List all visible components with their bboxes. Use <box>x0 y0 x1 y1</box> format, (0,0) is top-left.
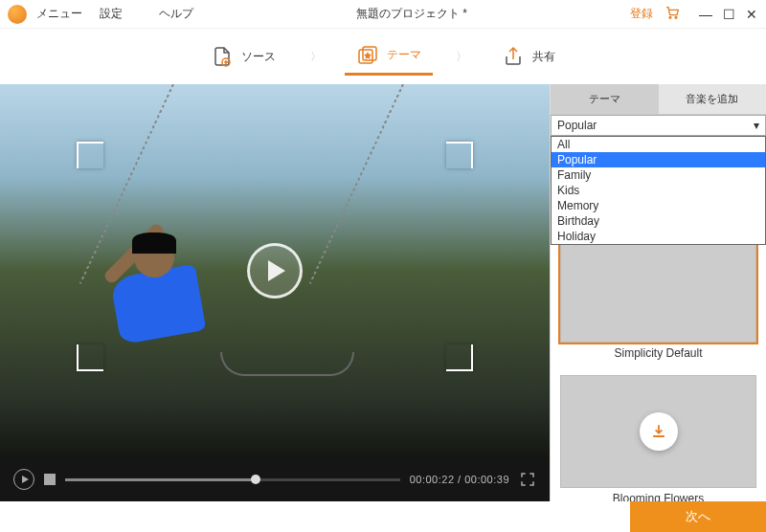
svg-point-0 <box>669 16 671 18</box>
theme-thumbnail[interactable] <box>560 230 756 343</box>
dropdown-option[interactable]: Holiday <box>552 229 765 244</box>
download-icon[interactable] <box>640 412 678 451</box>
player-controls: 00:00:22 / 00:00:39 <box>0 457 550 501</box>
menu-settings[interactable]: 設定 <box>100 6 123 22</box>
window-title: 無題のプロジェクト * <box>193 6 630 22</box>
step-nav: ソース 〉 テーマ 〉 共有 <box>0 29 766 84</box>
dropdown-option[interactable]: Popular <box>552 152 765 167</box>
cart-icon[interactable] <box>665 5 680 23</box>
maximize-button[interactable]: ☐ <box>722 8 735 21</box>
minimize-button[interactable]: — <box>699 8 712 21</box>
dropdown-value: Popular <box>557 119 597 132</box>
step-source-label: ソース <box>241 49 276 65</box>
menu-menu[interactable]: メニュー <box>36 6 82 22</box>
category-dropdown[interactable]: Popular ▾ All Popular Family Kids Memory… <box>551 115 766 136</box>
dropdown-option[interactable]: All <box>552 137 765 152</box>
chevron-right-icon: 〉 <box>310 49 322 65</box>
tab-theme[interactable]: テーマ <box>551 84 659 115</box>
tab-add-music[interactable]: 音楽を追加 <box>659 84 767 115</box>
play-button[interactable] <box>13 469 34 490</box>
svg-point-1 <box>675 16 677 18</box>
play-overlay-button[interactable] <box>247 243 303 299</box>
register-link[interactable]: 登録 <box>630 6 653 22</box>
stop-button[interactable] <box>44 474 56 485</box>
step-theme[interactable]: テーマ <box>345 38 433 76</box>
theme-icon <box>356 44 379 67</box>
dropdown-options: All Popular Family Kids Memory Birthday … <box>551 136 766 245</box>
theme-list: Simplicity Default Blooming Flowers <box>551 230 766 501</box>
app-logo <box>8 5 27 24</box>
theme-item[interactable]: Simplicity Default <box>560 230 756 367</box>
menubar: メニュー 設定 ヘルプ 無題のプロジェクト * 登録 — ☐ ✕ <box>0 0 766 29</box>
fullscreen-button[interactable] <box>519 471 536 488</box>
video-viewport[interactable] <box>0 84 550 457</box>
footer: 次へ <box>0 501 766 532</box>
dropdown-option[interactable]: Birthday <box>552 213 765 229</box>
step-share-label: 共有 <box>532 49 555 65</box>
seek-slider[interactable] <box>65 478 400 481</box>
chevron-right-icon: 〉 <box>456 49 467 65</box>
share-icon <box>502 45 525 68</box>
step-share[interactable]: 共有 <box>490 39 567 74</box>
side-panel: テーマ 音楽を追加 Popular ▾ All Popular Family K… <box>550 84 766 501</box>
chevron-down-icon: ▾ <box>754 119 759 132</box>
dropdown-option[interactable]: Kids <box>552 183 765 198</box>
main: 00:00:22 / 00:00:39 テーマ 音楽を追加 Popular ▾ … <box>0 84 766 501</box>
dropdown-option[interactable]: Family <box>552 167 765 183</box>
preview-pane: 00:00:22 / 00:00:39 <box>0 84 550 501</box>
theme-caption: Simplicity Default <box>560 343 756 367</box>
next-button[interactable]: 次へ <box>630 501 766 532</box>
time-display: 00:00:22 / 00:00:39 <box>410 474 509 485</box>
close-button[interactable]: ✕ <box>745 8 758 21</box>
step-theme-label: テーマ <box>387 47 421 63</box>
dropdown-option[interactable]: Memory <box>552 198 765 213</box>
theme-item[interactable]: Blooming Flowers <box>560 375 756 501</box>
menu-help[interactable]: ヘルプ <box>159 6 193 22</box>
theme-thumbnail[interactable] <box>560 375 756 488</box>
source-icon <box>211 45 234 68</box>
theme-caption: Blooming Flowers <box>560 488 756 501</box>
step-source[interactable]: ソース <box>199 39 287 74</box>
